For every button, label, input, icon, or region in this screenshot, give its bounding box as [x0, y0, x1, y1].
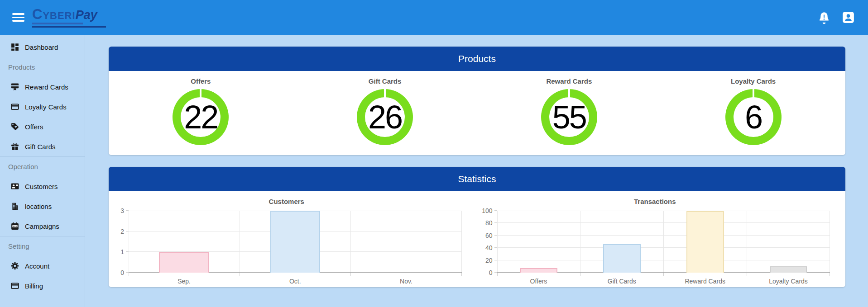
x-axis: Sep.Oct.Nov. — [129, 273, 462, 287]
gauge-loyalty-cards: Loyalty Cards 6 — [661, 77, 845, 155]
gauge-value: 22 — [173, 89, 229, 145]
x-tick-mark — [663, 273, 664, 276]
main-content: Products Offers 22 Gift Cards 26 Reward … — [109, 47, 845, 299]
gauge-label: Loyalty Cards — [731, 77, 776, 85]
gridline-vertical — [497, 211, 498, 273]
top-navbar: CyberiPay — [0, 0, 868, 35]
sidebar-item-label: Reward Cards — [25, 83, 68, 91]
y-tick-label: 3 — [120, 207, 124, 214]
y-tick-label: 0 — [489, 269, 493, 276]
bar-sep — [159, 252, 209, 273]
gauge-value: 55 — [541, 89, 597, 145]
plot-area — [129, 211, 462, 273]
gift-icon — [11, 142, 19, 151]
gauge-reward-cards: Reward Cards 55 — [477, 77, 662, 155]
sidebar-section-label: Products — [8, 63, 35, 71]
sidebar-item-billing[interactable]: Billing — [0, 276, 85, 296]
y-tick-label: 60 — [485, 232, 493, 239]
gridline-vertical — [830, 211, 830, 273]
brand-logo[interactable]: CyberiPay — [32, 7, 106, 28]
x-tick-mark — [830, 273, 830, 276]
menu-icon[interactable] — [12, 11, 24, 24]
x-axis: OffersGift CardsReward CardsLoyalty Card… — [497, 273, 830, 287]
gridline-vertical — [350, 211, 351, 273]
bar-gift-cards — [603, 244, 641, 273]
y-tick-label: 20 — [485, 257, 493, 264]
sidebar-item-label: Loyalty Cards — [25, 103, 67, 111]
gauge-label: Offers — [191, 77, 211, 85]
y-axis: 0123 — [111, 211, 129, 273]
y-axis: 020406080100 — [480, 211, 497, 273]
y-tick-label: 1 — [120, 248, 124, 255]
gauge-value: 26 — [357, 89, 413, 145]
sidebar-item-label: Customers — [25, 183, 58, 190]
x-tick-mark — [350, 273, 351, 276]
gear-icon — [11, 262, 19, 270]
menu-bar — [12, 17, 24, 19]
sidebar-item-label: Account — [25, 262, 49, 270]
account-icon[interactable] — [842, 11, 854, 24]
offers-tag-icon — [11, 123, 19, 131]
gridline-vertical — [580, 211, 580, 273]
x-tick-mark — [129, 273, 129, 276]
credit-card-icon — [11, 282, 19, 290]
sidebar-item-dashboard[interactable]: Dashboard — [0, 37, 85, 57]
chart-transactions: Transactions 020406080100 OffersGift Car… — [477, 191, 846, 287]
x-category-label: Gift Cards — [580, 278, 663, 285]
sidebar-item-reward-cards[interactable]: Reward Cards — [0, 77, 85, 97]
sidebar-section-products: Products — [0, 57, 85, 77]
y-tick-label: 80 — [485, 219, 493, 227]
statistics-panel: Statistics Customers 0123 Sep.Oct.Nov. T… — [109, 167, 845, 287]
gridline-vertical — [240, 211, 240, 273]
panel-title: Products — [458, 53, 496, 64]
sidebar-item-gift-cards[interactable]: Gift Cards — [0, 137, 85, 156]
x-tick-mark — [580, 273, 580, 276]
gauge-ring: 6 — [725, 89, 782, 145]
gauge-ring: 55 — [541, 89, 597, 145]
chart-title: Transactions — [480, 197, 830, 207]
sidebar-item-label: Dashboard — [25, 43, 58, 51]
x-category-label: Reward Cards — [663, 278, 747, 285]
x-category-label: Oct. — [240, 278, 350, 285]
chart-title: Customers — [111, 197, 462, 207]
gauges-row: Offers 22 Gift Cards 26 Reward Cards 55 … — [109, 71, 845, 155]
reward-cards-icon — [11, 83, 19, 91]
dashboard-icon — [11, 43, 19, 51]
sidebar-item-label: locations — [25, 203, 52, 210]
panel-title: Statistics — [458, 174, 496, 184]
logo-underline — [32, 23, 83, 24]
topbar-actions — [818, 11, 854, 24]
statistics-panel-header: Statistics — [109, 167, 845, 191]
sidebar-item-account[interactable]: Account — [0, 256, 85, 276]
sidebar-item-loyalty-cards[interactable]: Loyalty Cards — [0, 97, 85, 117]
brand-name-main: Cyberi — [32, 6, 76, 22]
chart-area: 0123 — [111, 211, 462, 273]
sidebar-item-locations[interactable]: locations — [0, 196, 85, 216]
products-panel: Products Offers 22 Gift Cards 26 Reward … — [109, 47, 845, 155]
bell-icon[interactable] — [818, 11, 830, 24]
x-category-label: Sep. — [129, 278, 240, 285]
y-tick-label: 100 — [482, 207, 492, 214]
gridline-vertical — [747, 211, 747, 273]
x-tick-mark — [497, 273, 498, 276]
chart-customers: Customers 0123 Sep.Oct.Nov. — [109, 191, 477, 287]
sidebar-nav: Dashboard Products Reward Cards Loyalty … — [0, 35, 85, 307]
gauge-label: Reward Cards — [546, 77, 592, 85]
customers-icon — [11, 182, 19, 190]
y-tick-label: 40 — [485, 244, 493, 251]
x-category-label: Offers — [497, 278, 580, 285]
gauge-offers: Offers 22 — [109, 77, 293, 155]
sidebar-item-label: Gift Cards — [25, 143, 56, 151]
sidebar-item-campaigns[interactable]: Campaigns — [0, 216, 85, 236]
bar-oct — [270, 211, 320, 273]
x-tick-mark — [747, 273, 747, 276]
sidebar-section-label: Operation — [8, 163, 38, 170]
y-tick-label: 0 — [120, 269, 124, 276]
sidebar-item-customers[interactable]: Customers — [0, 176, 85, 196]
sidebar-section-operation: Operation — [0, 156, 85, 176]
sidebar-item-offers[interactable]: Offers — [0, 117, 85, 137]
y-tick-label: 2 — [120, 228, 124, 235]
sidebar-item-label: Offers — [25, 123, 43, 131]
products-panel-header: Products — [109, 47, 845, 71]
gauge-value: 6 — [725, 89, 782, 145]
